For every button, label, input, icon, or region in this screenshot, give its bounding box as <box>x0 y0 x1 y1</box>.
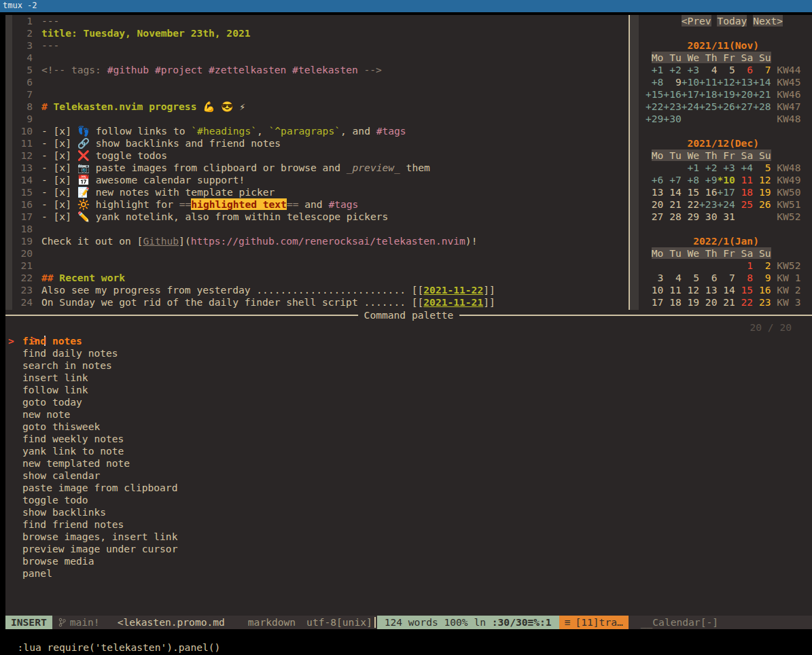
editor-line[interactable]: 14- [x] 📅 awesome calendar support! <box>12 174 629 186</box>
editor-line[interactable]: 22## Recent work <box>12 272 629 284</box>
line-number: 3 <box>12 39 33 52</box>
editor-line[interactable]: 7 <box>12 88 629 101</box>
calendar-week-row[interactable]: 10 11 12 13 14 15 16 KW 2 <box>646 284 800 296</box>
editor-line[interactable]: 24On Sunday we got rid of the daily find… <box>12 296 629 308</box>
text-segment <box>646 137 688 149</box>
text-segment <box>646 39 688 51</box>
text-segment: Recent work <box>59 272 125 283</box>
palette-item[interactable]: yank link to note <box>8 445 812 457</box>
line-content: - [x] 🔆 highlight for ==highlighted text… <box>41 198 358 211</box>
calendar-week-row[interactable]: 17 18 19 20 21 22 23 KW 3 <box>646 296 800 308</box>
calendar-week-row[interactable]: +29+30 KW48 <box>646 113 800 125</box>
palette-item[interactable]: paste image from clipboard <box>8 482 812 494</box>
palette-item[interactable]: browse media <box>8 555 812 567</box>
palette-item[interactable]: find friend notes <box>8 518 812 531</box>
command-line[interactable]: :lua require('telekasten').panel() <box>5 629 220 641</box>
calendar-week-row[interactable]: +8 9+10+11+12+13+14 KW45 <box>646 76 800 88</box>
text-segment: 15 <box>735 284 753 296</box>
line-number: 18 <box>12 223 33 235</box>
editor-line[interactable]: 16- [x] 🔆 highlight for ==highlighted te… <box>12 198 629 211</box>
line-number: 23 <box>12 284 33 296</box>
editor-line[interactable]: 9 <box>12 113 629 125</box>
calendar-prev-button[interactable]: <Prev <box>682 15 711 26</box>
palette-item[interactable]: insert link <box>8 372 812 384</box>
text-segment <box>646 149 652 161</box>
text-segment: 27 28 29 30 31 <box>646 211 735 222</box>
editor-line[interactable]: 19Check it out on [Github](https://githu… <box>12 235 629 247</box>
text-segment: KW51 <box>771 198 801 210</box>
calendar-week-row[interactable]: 1 2 KW52 <box>646 260 800 272</box>
palette-item-label: follow link <box>22 384 88 395</box>
palette-item[interactable]: goto today <box>8 396 812 408</box>
tab-label: [11]tra… <box>575 616 622 629</box>
editor-line[interactable]: 5<!-- tags: #github #project #zettelkast… <box>12 64 629 76</box>
palette-item-label: goto thisweek <box>22 421 100 432</box>
text-segment: 12 <box>753 174 771 185</box>
line-number: 8 <box>12 101 33 113</box>
line-content: - [x] 📷 paste images from clipboard or b… <box>41 162 430 174</box>
editor-line[interactable]: 13- [x] 📷 paste images from clipboard or… <box>12 162 629 174</box>
calendar-week-row[interactable]: +1 +2 +3 4 5 6 7 KW44 <box>646 64 800 76</box>
editor-line[interactable]: 4 <box>12 52 629 64</box>
palette-item-label: show calendar <box>22 470 100 481</box>
palette-item-label: new templated note <box>22 457 130 469</box>
palette-item[interactable]: search in notes <box>8 359 812 372</box>
editor-line[interactable]: 17- [x] ✏️ yank notelink, also from with… <box>12 211 629 223</box>
editor-line[interactable]: 2title: Tuesday, November 23th, 2021 <box>12 27 629 39</box>
calendar-week-row[interactable]: 27 28 29 30 31 KW52 <box>646 211 800 223</box>
calendar-month-title-text: 2021/11(Nov) <box>688 39 759 51</box>
editor-line[interactable]: 18 <box>12 223 629 235</box>
text-segment: +15+16+17+18+19+20+21 <box>646 88 771 100</box>
palette-prompt[interactable]: > 20 / 20 <box>8 321 812 334</box>
calendar-week-row[interactable]: 13 14 15 16+17 18 19 KW50 <box>646 186 800 198</box>
palette-item[interactable]: find weekly notes <box>8 433 812 445</box>
palette-item[interactable]: new note <box>8 408 812 421</box>
editor-line[interactable]: 8# Telekasten.nvim progress 💪 😎 ⚡ <box>12 101 629 113</box>
text-segment <box>646 52 652 63</box>
editor-line[interactable]: 12- [x] ❌ toggle todos <box>12 149 629 162</box>
calendar-month-title: 2022/1(Jan) <box>646 235 759 247</box>
palette-item[interactable]: panel <box>8 567 812 580</box>
calendar-week-row[interactable]: +1 +2 +3 +4 5 KW48 <box>646 162 800 174</box>
editor-line[interactable]: 10- [x] 👣 follow links to `#headings`, `… <box>12 125 629 137</box>
palette-item[interactable]: show backlinks <box>8 506 812 518</box>
calendar-week-row[interactable]: +15+16+17+18+19+20+21 KW46 <box>646 88 800 101</box>
tab-indicator[interactable]: ≡[11]tra… <box>559 616 629 629</box>
editor-line[interactable]: 21 <box>12 260 629 272</box>
calendar-today-button[interactable]: Today <box>717 15 747 26</box>
filename: <lekasten.promo.md <box>118 616 225 629</box>
editor-line[interactable]: 11- [x] 🔗 show backlinks and friend note… <box>12 137 629 149</box>
editor-line[interactable]: 1--- <box>12 15 629 27</box>
text-segment: - [x] <box>41 198 77 210</box>
palette-item[interactable]: goto thisweek <box>8 421 812 433</box>
text-segment: 2021-11-21 <box>423 296 483 308</box>
palette-item[interactable]: toggle todo <box>8 494 812 506</box>
palette-item-label: show backlinks <box>22 506 106 518</box>
palette-item[interactable]: browse images, insert link <box>8 531 812 543</box>
text-segment: highlighted text <box>191 198 287 210</box>
calendar-next-button[interactable]: Next> <box>753 15 783 26</box>
editor-line[interactable]: 23Also see my progress from yesterday ..… <box>12 284 629 296</box>
palette-item[interactable]: new templated note <box>8 457 812 470</box>
palette-item[interactable]: find daily notes <box>8 347 812 359</box>
palette-item[interactable]: follow link <box>8 384 812 396</box>
palette-item[interactable]: show calendar <box>8 470 812 482</box>
text-segment: 8 <box>735 272 753 283</box>
text-segment: KW44 <box>771 64 801 75</box>
calendar-week-row[interactable]: +22+23+24+25+26+27+28 KW47 <box>646 101 800 113</box>
editor-line[interactable]: 3--- <box>12 39 629 52</box>
palette-item[interactable]: preview image under cursor <box>8 543 812 555</box>
calendar-week-row[interactable]: +6 +7 +8 +9*10 11 12 KW49 <box>646 174 800 186</box>
text-segment: 23 <box>753 296 771 308</box>
selection-caret: > <box>8 335 22 347</box>
editor-line[interactable]: 15- [x] 📝 new notes with template picker <box>12 186 629 198</box>
editor-line[interactable]: 6 <box>12 76 629 88</box>
text-segment: - [x] <box>41 174 77 185</box>
palette-item[interactable]: >find notes <box>8 335 812 347</box>
editor-window[interactable]: 1---2title: Tuesday, November 23th, 2021… <box>5 15 629 310</box>
text-segment: Telekasten.nvim progress <box>54 101 197 112</box>
editor-line[interactable]: 20 <box>12 247 629 260</box>
mode-indicator: INSERT <box>5 616 52 629</box>
calendar-week-row[interactable]: 20 21 22+23+24 25 26 KW51 <box>646 198 800 211</box>
calendar-week-row[interactable]: 3 4 5 6 7 8 9 KW 1 <box>646 272 800 284</box>
